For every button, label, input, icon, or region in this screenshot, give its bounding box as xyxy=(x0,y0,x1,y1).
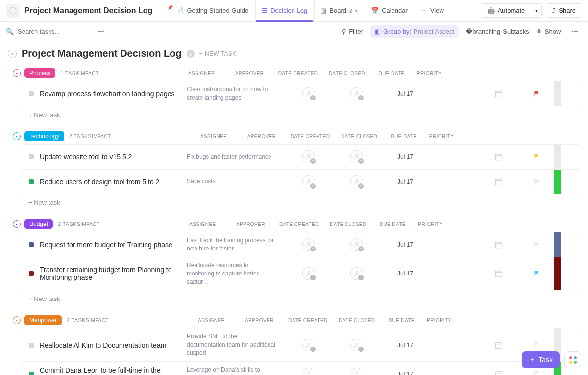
col-header-priority[interactable]: PRIORITY xyxy=(412,71,447,76)
search-input[interactable] xyxy=(18,28,86,35)
tab-getting-started[interactable]: 📌 📄 Getting Started Guide xyxy=(161,0,254,21)
col-header-due-date[interactable]: DUE DATE xyxy=(371,71,412,76)
col-header-assignee[interactable]: ASSIGNEE xyxy=(187,318,235,323)
priority-flag-icon[interactable] xyxy=(533,371,540,375)
group-name-pill[interactable]: Technology xyxy=(24,131,64,141)
task-row[interactable]: Reallocate Al Kim to Documentation team … xyxy=(22,328,580,361)
new-task-in-group[interactable]: + New task xyxy=(8,290,580,304)
new-task-header-button[interactable]: + NEW TASK xyxy=(199,50,237,57)
priority-flag-icon[interactable] xyxy=(533,153,540,160)
info-icon[interactable]: i xyxy=(187,50,195,58)
col-header-date-created[interactable]: DATE CREATED xyxy=(274,222,323,227)
create-task-button[interactable]: ＋ Task xyxy=(522,351,560,368)
col-header-impact[interactable]: IMPACT xyxy=(89,318,187,323)
priority-flag-icon[interactable] xyxy=(533,270,540,277)
tab-board[interactable]: ▥ Board 2 ▾ xyxy=(314,0,364,21)
assignee-avatar[interactable]: + xyxy=(302,238,315,251)
group-collapse-toggle[interactable]: ▾ xyxy=(13,132,21,140)
show-button[interactable]: 👁 Show xyxy=(536,28,561,35)
group-name-pill[interactable]: Manpower xyxy=(24,315,62,325)
status-square[interactable] xyxy=(29,271,34,276)
group-collapse-toggle[interactable]: ▾ xyxy=(13,316,21,324)
status-square[interactable] xyxy=(29,154,34,159)
col-header-impact[interactable]: IMPACT xyxy=(92,134,190,139)
priority-flag-icon[interactable] xyxy=(533,178,540,185)
status-square[interactable] xyxy=(29,91,34,96)
col-header-date-closed[interactable]: DATE CLOSED xyxy=(335,134,384,139)
assignee-avatar[interactable]: + xyxy=(350,238,363,251)
assignee-avatar[interactable]: + xyxy=(302,368,315,375)
col-header-priority[interactable]: PRIORITY xyxy=(421,318,457,323)
new-task-in-group[interactable]: + New task xyxy=(8,106,580,121)
col-header-priority[interactable]: PRIORITY xyxy=(413,222,448,227)
priority-flag-icon[interactable] xyxy=(533,90,540,97)
group-by-button[interactable]: ◧ Group by: Project Aspect xyxy=(370,25,459,38)
filter-button[interactable]: ⚲ Filter xyxy=(342,28,363,35)
col-header-due-date[interactable]: DUE DATE xyxy=(384,134,424,139)
tab-add-view[interactable]: ＋ View xyxy=(415,0,450,21)
task-row[interactable]: Update website tool to v15.5.2 Fix bugs … xyxy=(22,145,580,169)
task-row[interactable]: Revamp process flowchart on landing page… xyxy=(22,81,580,106)
assignee-avatar[interactable]: + xyxy=(302,87,315,100)
calendar-icon[interactable] xyxy=(494,152,503,161)
col-header-date-closed[interactable]: DATE CLOSED xyxy=(322,71,371,76)
subtasks-button[interactable]: �branching Subtasks xyxy=(466,28,529,35)
group-name-pill[interactable]: Process xyxy=(24,68,55,78)
calendar-icon[interactable] xyxy=(494,269,503,278)
col-header-assignee[interactable]: ASSIGNEE xyxy=(178,222,226,227)
status-square[interactable] xyxy=(29,372,34,375)
status-square[interactable] xyxy=(29,242,34,247)
col-header-approver[interactable]: APPROVER xyxy=(225,71,273,76)
calendar-icon[interactable] xyxy=(494,177,503,186)
status-square[interactable] xyxy=(29,179,34,184)
more-options[interactable]: ••• xyxy=(94,26,109,37)
task-row[interactable]: Reduce users of design tool from 5 to 2 … xyxy=(22,169,580,194)
col-header-date-created[interactable]: DATE CREATED xyxy=(273,71,322,76)
calendar-icon[interactable] xyxy=(494,341,503,350)
collapse-all-toggle[interactable]: ▾ xyxy=(8,50,17,58)
assignee-avatar[interactable]: + xyxy=(302,339,315,351)
assignee-avatar[interactable]: + xyxy=(350,368,363,375)
assignee-avatar[interactable]: + xyxy=(302,175,315,188)
task-row[interactable]: Commit Dana Leon to be full-time in the … xyxy=(22,361,580,375)
tab-calendar[interactable]: 📅 Calendar xyxy=(365,0,414,21)
group-name-pill[interactable]: Budget xyxy=(24,219,53,229)
status-square[interactable] xyxy=(29,343,34,348)
apps-button[interactable] xyxy=(564,351,581,368)
col-header-approver[interactable]: APPROVER xyxy=(226,222,274,227)
toolbar-more[interactable]: ••• xyxy=(567,26,582,37)
new-task-in-group[interactable]: + New task xyxy=(8,194,580,208)
assignee-avatar[interactable]: + xyxy=(350,150,363,163)
col-header-impact[interactable]: IMPACT xyxy=(79,71,177,76)
group-collapse-toggle[interactable]: ▾ xyxy=(13,220,21,228)
col-header-due-date[interactable]: DUE DATE xyxy=(381,318,421,323)
share-button[interactable]: ⤴ Share xyxy=(546,3,582,18)
col-header-date-closed[interactable]: DATE CLOSED xyxy=(332,318,381,323)
assignee-avatar[interactable]: + xyxy=(350,339,363,351)
assignee-avatar[interactable]: + xyxy=(350,87,363,100)
group-collapse-toggle[interactable]: ▾ xyxy=(13,69,21,77)
col-header-approver[interactable]: APPROVER xyxy=(238,134,286,139)
col-header-due-date[interactable]: DUE DATE xyxy=(372,222,413,227)
assignee-avatar[interactable]: + xyxy=(302,267,315,280)
task-row[interactable]: Request for more budget for Training pha… xyxy=(22,232,580,257)
priority-flag-icon[interactable] xyxy=(533,342,540,349)
priority-flag-icon[interactable] xyxy=(533,241,540,248)
search-box[interactable]: 🔍 xyxy=(6,28,94,35)
calendar-icon[interactable] xyxy=(494,240,503,249)
automate-button[interactable]: 🤖 Automate xyxy=(481,3,532,18)
col-header-impact[interactable]: IMPACT xyxy=(80,222,178,227)
col-header-priority[interactable]: PRIORITY xyxy=(424,134,459,139)
calendar-icon[interactable] xyxy=(494,89,503,98)
col-header-assignee[interactable]: ASSIGNEE xyxy=(177,71,225,76)
col-header-date-created[interactable]: DATE CREATED xyxy=(286,134,335,139)
col-header-date-closed[interactable]: DATE CLOSED xyxy=(323,222,372,227)
col-header-approver[interactable]: APPROVER xyxy=(235,318,283,323)
assignee-avatar[interactable]: + xyxy=(350,267,363,280)
assignee-avatar[interactable]: + xyxy=(350,175,363,188)
assignee-avatar[interactable]: + xyxy=(302,150,315,163)
col-header-assignee[interactable]: ASSIGNEE xyxy=(190,134,238,139)
tab-decision-log[interactable]: ☰ Decision Log xyxy=(255,0,313,21)
calendar-icon[interactable] xyxy=(494,370,503,375)
col-header-date-created[interactable]: DATE CREATED xyxy=(283,318,332,323)
